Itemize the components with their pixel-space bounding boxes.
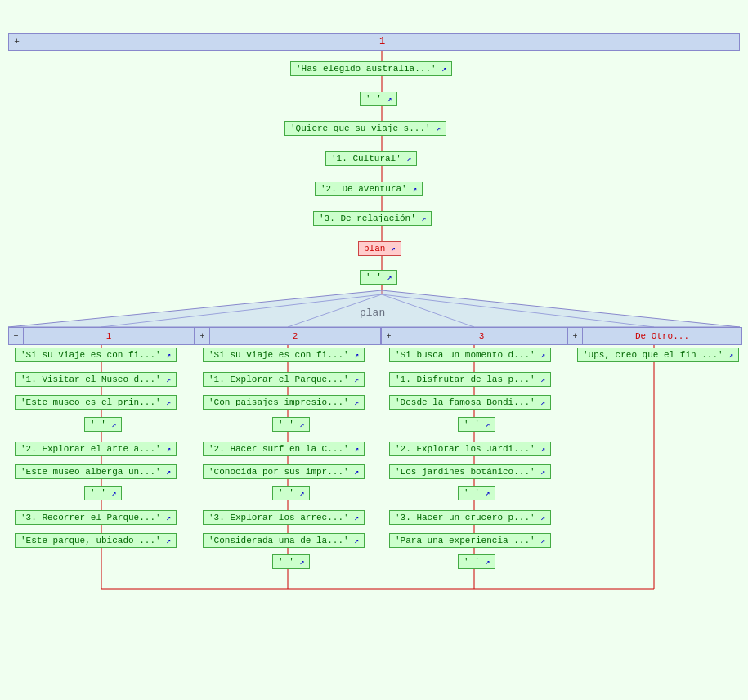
sub-node-3[interactable]: 'Si busca un momento d...' ↗: [389, 348, 551, 362]
svg-marker-48: [8, 290, 740, 327]
arrow-icon-7: ↗: [391, 244, 396, 254]
sub-node-11[interactable]: ' ' ↗: [84, 417, 122, 432]
node-relajacion[interactable]: '3. De relajación' ↗: [313, 211, 432, 226]
node-space-2[interactable]: ' ' ↗: [360, 270, 397, 285]
arrow-icon-3: ↗: [436, 123, 441, 133]
sub-node-25[interactable]: '3. Hacer un crucero p...' ↗: [389, 510, 551, 525]
sub-node-4[interactable]: 'Ups, creo que el fin ...' ↗: [577, 348, 739, 362]
sub-node-22[interactable]: ' ' ↗: [458, 486, 495, 500]
sub-node-10[interactable]: 'Desde la famosa Bondi...' ↗: [389, 395, 551, 410]
arrow-icon-8: ↗: [387, 272, 392, 282]
sub-node-21[interactable]: ' ' ↗: [272, 486, 310, 500]
sub-node-8[interactable]: 'Este museo es el prin...' ↗: [15, 395, 177, 410]
main-container: + 1 'Has elegido australia...' ↗ ' ' ↗ '…: [0, 0, 748, 700]
arrow-icon-6: ↗: [421, 213, 426, 223]
node-aventura[interactable]: '2. De aventura' ↗: [315, 182, 423, 196]
sub-node-6[interactable]: '1. Explorar el Parque...' ↗: [203, 372, 365, 387]
sub-node-19[interactable]: 'Los jardines botánico...' ↗: [389, 464, 551, 479]
sub-node-1[interactable]: 'Si su viaje es con fi...' ↗: [15, 348, 177, 362]
arrow-icon-2: ↗: [387, 94, 392, 104]
sub-node-24[interactable]: '3. Explorar los arrec...' ↗: [203, 510, 365, 525]
sub-node-15[interactable]: '2. Hacer surf en la C...' ↗: [203, 442, 365, 456]
sub-node-27[interactable]: 'Considerada una de la...' ↗: [203, 533, 365, 548]
top-bar-label: 1: [25, 36, 739, 47]
sub-node-23[interactable]: '3. Recorrer el Parque...' ↗: [15, 510, 177, 525]
arrow-icon-1: ↗: [441, 64, 446, 74]
sub-bar-2-label: 2: [210, 331, 380, 341]
sub-node-29[interactable]: ' ' ↗: [272, 554, 310, 569]
trapezoid-svg: [8, 290, 740, 331]
sub-node-7[interactable]: '1. Disfrutar de las p...' ↗: [389, 372, 551, 387]
arrow-icon-5: ↗: [412, 184, 417, 194]
sub-node-30[interactable]: ' ' ↗: [458, 554, 495, 569]
sub-bar-4-label: De Otro...: [583, 331, 741, 341]
sub-bar-4-plus[interactable]: +: [568, 328, 583, 344]
sub-bar-3: + 3: [381, 327, 567, 345]
node-has-elegido[interactable]: 'Has elegido australia...' ↗: [290, 61, 452, 76]
sub-node-9[interactable]: 'Con paisajes impresio...' ↗: [203, 395, 365, 410]
node-cultural[interactable]: '1. Cultural' ↗: [325, 151, 417, 166]
sub-node-5[interactable]: '1. Visitar el Museo d...' ↗: [15, 372, 177, 387]
sub-bar-3-label: 3: [396, 331, 567, 341]
sub-node-28[interactable]: 'Para una experiencia ...' ↗: [389, 533, 551, 548]
sub-node-26[interactable]: 'Este parque, ubicado ...' ↗: [15, 533, 177, 548]
sub-node-17[interactable]: 'Este museo alberga un...' ↗: [15, 464, 177, 479]
sub-node-14[interactable]: '2. Explorar el arte a...' ↗: [15, 442, 177, 456]
sub-bar-4: + De Otro...: [567, 327, 742, 345]
node-plan-pink[interactable]: plan ↗: [358, 241, 401, 256]
sub-node-12[interactable]: ' ' ↗: [272, 417, 310, 432]
sub-bar-2-plus[interactable]: +: [195, 328, 210, 344]
node-space-1[interactable]: ' ' ↗: [360, 92, 397, 106]
sub-bar-1-plus[interactable]: +: [9, 328, 24, 344]
top-bar-plus[interactable]: +: [9, 34, 25, 50]
sub-node-2[interactable]: 'Si su viaje es con fi...' ↗: [203, 348, 365, 362]
node-quiere[interactable]: 'Quiere que su viaje s...' ↗: [284, 121, 446, 136]
sub-bar-1: + 1: [8, 327, 195, 345]
sub-node-16[interactable]: '2. Explorar los Jardi...' ↗: [389, 442, 551, 456]
sub-bar-1-label: 1: [24, 331, 194, 341]
arrow-icon-4: ↗: [406, 154, 411, 164]
sub-bar-3-plus[interactable]: +: [382, 328, 396, 344]
sub-bar-2: + 2: [195, 327, 381, 345]
sub-node-18[interactable]: 'Conocida por sus impr...' ↗: [203, 464, 365, 479]
sub-node-13[interactable]: ' ' ↗: [458, 417, 495, 432]
sub-node-20[interactable]: ' ' ↗: [84, 486, 122, 500]
top-bar: + 1: [8, 33, 740, 51]
